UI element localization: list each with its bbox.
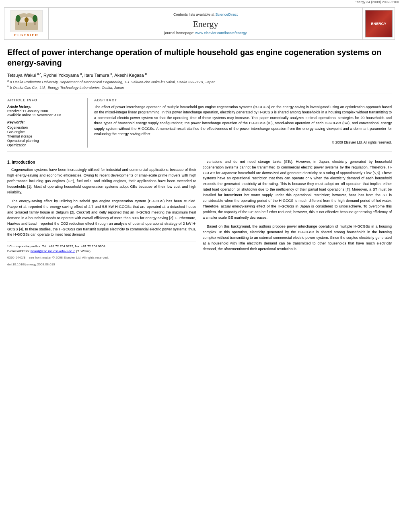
section-1-heading: 1. Introduction — [7, 159, 196, 166]
journal-reference: Energy 34 (2009) 2092–2100 — [0, 0, 399, 4]
divider-1 — [7, 94, 392, 94]
journal-code: 0360-5442/$ – see front matter © 2008 El… — [7, 255, 196, 260]
keyword-3: Thermal storage — [7, 134, 82, 138]
article-title: Effect of power interchange operation of… — [7, 47, 392, 68]
article-container: Effect of power interchange operation of… — [4, 47, 395, 267]
elsevier-label: ELSEVIER — [14, 33, 39, 37]
keywords-section: Keywords: Cogeneration Gas engine Therma… — [7, 120, 82, 147]
authors-line: Tetsuya Wakui a,*, Ryohei Yokoyama a, It… — [7, 72, 392, 78]
footnote-area: * Corresponding author. Tel.: +81 72 254… — [7, 242, 196, 254]
abstract-label: ABSTRACT — [94, 98, 392, 102]
right-para-1: variations and do not need storage tanks… — [203, 159, 392, 221]
elsevier-logo-area: ELSEVIER — [4, 8, 49, 39]
journal-title-area: Contents lists available at ScienceDirec… — [49, 8, 362, 39]
journal-homepage: journal homepage: www.elsevier.com/locat… — [164, 31, 247, 35]
history-item: Article history: Received 11 January 200… — [7, 105, 82, 117]
keyword-4: Operational planning — [7, 139, 82, 143]
doi: doi:10.1016/j.energy.2008.08.019 — [7, 262, 196, 267]
keyword-1: Cogeneration — [7, 125, 82, 129]
homepage-link[interactable]: www.elsevier.com/locate/energy — [195, 31, 247, 35]
keyword-5: Optimization — [7, 143, 82, 147]
intro-para-1: Cogeneration systems have been increasin… — [7, 167, 196, 195]
svg-point-2 — [25, 17, 29, 22]
energy-badge: ENERGY — [365, 10, 393, 37]
elsevier-tree-image — [10, 10, 43, 32]
abstract-text: The effect of power interchange operatio… — [94, 105, 392, 137]
article-info-label: ARTICLE INFO — [7, 98, 82, 102]
intro-para-2: The energy-saving effect by utilizing ho… — [7, 199, 196, 238]
available-date: Available online 11 November 2008 — [7, 113, 82, 117]
copyright-line: © 2008 Elsevier Ltd. All rights reserved… — [94, 140, 392, 144]
info-abstract-section: ARTICLE INFO Article history: Received 1… — [7, 98, 392, 148]
footnote-email: E-mail address: wakui@ese.me.osakafu-u.a… — [7, 249, 196, 254]
body-content: 1. Introduction Cogeneration systems hav… — [7, 159, 392, 267]
footnote-corresponding: * Corresponding author. Tel.: +81 72 254… — [7, 244, 196, 249]
right-para-2: Based on this background, the authors pr… — [203, 224, 392, 252]
body-col-left: 1. Introduction Cogeneration systems hav… — [7, 159, 196, 267]
received-date: Received 11 January 2008 — [7, 109, 82, 113]
body-col-right: variations and do not need storage tanks… — [203, 159, 392, 267]
body-two-col: 1. Introduction Cogeneration systems hav… — [7, 159, 392, 267]
svg-point-6 — [33, 15, 37, 22]
page-wrapper: Energy 34 (2009) 2092–2100 — [0, 0, 399, 267]
journal-title: Energy — [193, 19, 218, 29]
affiliation-b: b b Osaka Gas Co., Ltd., Energy Technolo… — [7, 85, 392, 90]
footnote-email-link[interactable]: wakui@ese.me.osakafu-u.ac.jp — [31, 249, 75, 253]
energy-badge-area: ENERGY — [362, 8, 395, 39]
sciencedirect-line: Contents lists available at ScienceDirec… — [173, 12, 238, 16]
keywords-label: Keywords: — [7, 120, 82, 124]
abstract-column: ABSTRACT The effect of power interchange… — [94, 98, 392, 148]
divider-2 — [7, 152, 392, 152]
history-label: Article history: — [7, 105, 82, 109]
svg-point-4 — [16, 15, 21, 22]
sciencedirect-link[interactable]: ScienceDirect — [216, 12, 238, 16]
affiliation-a: a a Osaka Prefecture University, Departm… — [7, 79, 392, 84]
journal-header: ELSEVIER Contents lists available at Sci… — [4, 7, 395, 40]
keyword-2: Gas engine — [7, 130, 82, 134]
article-info-column: ARTICLE INFO Article history: Received 1… — [7, 98, 88, 148]
elsevier-logo: ELSEVIER — [10, 10, 43, 37]
